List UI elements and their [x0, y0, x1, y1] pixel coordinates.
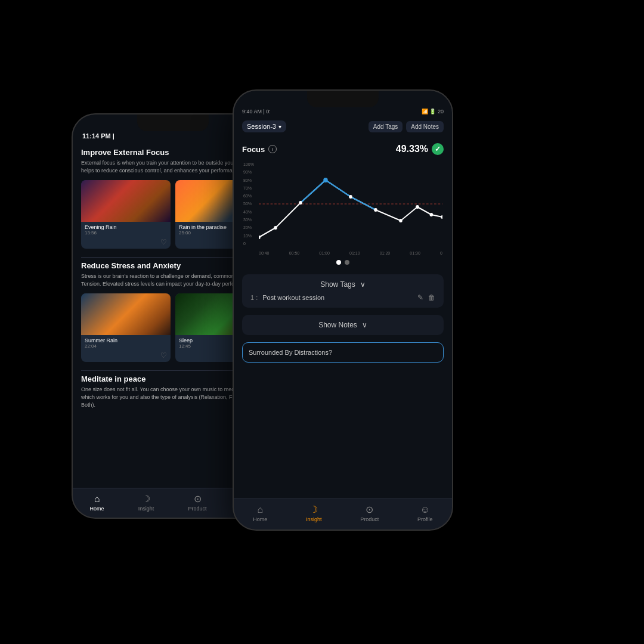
- focus-percent-value: 49.33%: [396, 144, 428, 154]
- chevron-down-notes-icon: ∨: [362, 321, 367, 329]
- dot-1: [336, 260, 341, 265]
- right-status-bar: 9:40 AM | 0: 📶 🔋 20: [234, 91, 452, 117]
- home-icon-right: ⌂: [258, 504, 264, 515]
- right-nav-home[interactable]: ⌂ Home: [253, 504, 267, 522]
- chart-y-labels: 100% 90% 80% 70% 60% 50% 40% 30% 20% 10%…: [242, 162, 254, 246]
- right-nav-home-label: Home: [253, 516, 267, 522]
- nav-home-left[interactable]: ⌂ Home: [90, 494, 104, 512]
- product-icon-right: ⊙: [366, 504, 373, 515]
- y-label-40: 40%: [243, 210, 254, 214]
- y-label-0: 0: [243, 242, 254, 246]
- chevron-down-tags-icon: ∨: [360, 280, 366, 289]
- nav-insight-label-left: Insight: [138, 506, 154, 512]
- right-bottom-nav: ⌂ Home ☽ Insight ⊙ Product ☺ Profile: [234, 499, 452, 530]
- x-label-0130: 01:30: [410, 251, 420, 255]
- tag-item-1: 1 : Post workout session ✎ 🗑: [250, 293, 435, 302]
- svg-point-6: [374, 208, 377, 212]
- y-label-30: 30%: [243, 218, 254, 222]
- media-duration-summer: 22:04: [85, 343, 167, 349]
- right-nav-insight[interactable]: ☽ Insight: [306, 504, 322, 522]
- tag-actions: ✎ 🗑: [417, 293, 435, 302]
- heart-icon-evening[interactable]: ♡: [160, 238, 167, 246]
- focus-label: Focus: [242, 145, 265, 154]
- add-notes-button[interactable]: Add Notes: [406, 121, 444, 132]
- chart-container: 100% 90% 80% 70% 60% 50% 40% 30% 20% 10%…: [242, 160, 444, 255]
- show-tags-section[interactable]: Show Tags ∨ 1 : Post workout session ✎ 🗑: [242, 274, 444, 308]
- right-header: Session-3 ▾ Add Tags Add Notes: [234, 117, 452, 137]
- right-nav-product[interactable]: ⊙ Product: [360, 504, 379, 522]
- profile-icon-right: ☺: [420, 504, 430, 515]
- x-label-0040: 00:40: [259, 251, 270, 255]
- y-label-20: 20%: [243, 225, 254, 230]
- y-label-90: 90%: [243, 170, 254, 174]
- left-time: 11:14 PM |: [82, 132, 114, 140]
- header-buttons: Add Tags Add Notes: [369, 121, 444, 132]
- y-label-80: 80%: [243, 178, 254, 182]
- dot-2: [345, 260, 349, 265]
- chart-x-labels: 00:40 00:50 01:00 01:10 01:20 01:30 0: [259, 251, 442, 255]
- insight-icon-right: ☽: [309, 504, 318, 515]
- svg-point-3: [299, 201, 302, 205]
- svg-point-4: [323, 178, 327, 182]
- y-label-50: 50%: [243, 202, 254, 206]
- y-label-10: 10%: [243, 234, 254, 238]
- svg-point-2: [274, 226, 277, 230]
- right-status-right: 📶 🔋 20: [422, 109, 444, 114]
- svg-point-5: [349, 195, 352, 199]
- right-nav-profile-label: Profile: [417, 516, 433, 522]
- focus-percent-container: 49.33% ✓: [396, 143, 444, 155]
- info-icon[interactable]: i: [268, 145, 277, 153]
- add-tags-button[interactable]: Add Tags: [369, 121, 403, 132]
- focus-title: Focus i: [242, 145, 277, 154]
- edit-icon[interactable]: ✎: [417, 293, 423, 302]
- svg-point-10: [441, 215, 442, 219]
- show-tags-label: Show Tags: [320, 280, 355, 289]
- home-icon-left: ⌂: [94, 494, 100, 504]
- media-duration-evening: 13:56: [85, 230, 167, 236]
- x-label-end: 0: [440, 251, 442, 255]
- svg-point-7: [399, 219, 402, 222]
- y-label-100: 100%: [243, 162, 254, 166]
- nav-product-left[interactable]: ⊙ Product: [188, 493, 207, 512]
- cta-section: Surrounded By Distractions?: [242, 342, 444, 363]
- product-icon-left: ⊙: [194, 493, 202, 504]
- media-title-evening: Evening Rain: [85, 224, 167, 230]
- session-selector[interactable]: Session-3 ▾: [242, 120, 286, 132]
- right-nav-insight-label: Insight: [306, 516, 322, 522]
- heart-icon-summer[interactable]: ♡: [160, 351, 167, 360]
- session-label: Session-3: [247, 123, 276, 130]
- right-nav-product-label: Product: [360, 516, 379, 522]
- show-notes-header[interactable]: Show Notes ∨: [250, 321, 435, 329]
- show-notes-label: Show Notes: [318, 321, 357, 329]
- cta-button[interactable]: Surrounded By Distractions?: [242, 342, 444, 363]
- show-notes-section[interactable]: Show Notes ∨: [242, 315, 444, 335]
- svg-point-8: [416, 205, 419, 209]
- x-label-0100: 01:00: [319, 251, 330, 255]
- x-label-0120: 01:20: [380, 251, 391, 255]
- chevron-down-icon: ▾: [278, 123, 281, 130]
- dots-indicator: [242, 255, 444, 267]
- nav-home-label-left: Home: [90, 506, 104, 512]
- right-nav-profile[interactable]: ☺ Profile: [417, 504, 433, 522]
- thumb-summer: [81, 293, 171, 335]
- media-title-summer: Summer Rain: [85, 338, 167, 343]
- right-status-left: 9:40 AM | 0:: [242, 109, 271, 114]
- tag-num-1: 1 :: [250, 294, 258, 301]
- right-phone: 9:40 AM | 0: 📶 🔋 20 Session-3 ▾ Add Tags…: [233, 89, 453, 531]
- nav-insight-left[interactable]: ☽ Insight: [138, 493, 154, 512]
- nav-product-label-left: Product: [188, 506, 207, 512]
- show-tags-header[interactable]: Show Tags ∨: [250, 280, 435, 289]
- y-label-70: 70%: [243, 186, 254, 190]
- svg-point-9: [430, 213, 434, 216]
- thumb-evening: [81, 180, 171, 222]
- check-circle-icon: ✓: [432, 143, 444, 155]
- focus-section: Focus i 49.33% ✓ 100% 90% 80% 70%: [234, 137, 452, 271]
- media-card-evening[interactable]: Evening Rain 13:56 ♡: [81, 180, 171, 249]
- chart-svg: [259, 162, 442, 246]
- x-label-0050: 00:50: [289, 251, 300, 255]
- media-card-summer[interactable]: Summer Rain 22:04 ♡: [81, 293, 171, 362]
- delete-icon[interactable]: 🗑: [428, 293, 435, 302]
- insight-icon-left: ☽: [142, 493, 150, 504]
- y-label-60: 60%: [243, 194, 254, 198]
- x-label-0110: 01:10: [349, 251, 360, 255]
